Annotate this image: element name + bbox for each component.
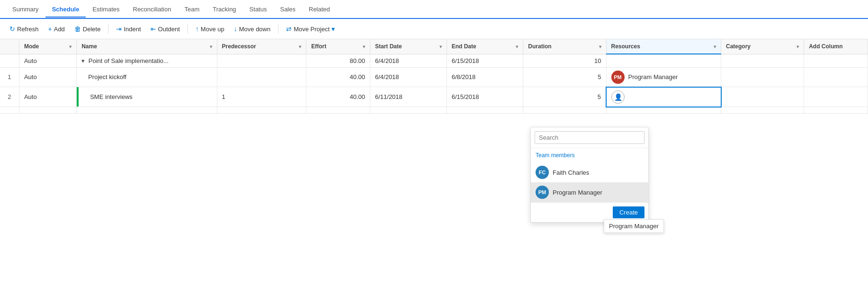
empty-cell (19, 107, 76, 114)
resource-tooltip: Program Manager (604, 219, 664, 233)
toolbar-separator-1 (108, 24, 108, 34)
predecessor-cell (217, 54, 306, 67)
name-cell: Project kickoff (77, 67, 217, 87)
predecessor-cell: 1 (217, 87, 306, 107)
dropdown-section-label: Team members (531, 148, 648, 162)
col-header-predecessor[interactable]: Predecessor ▾ (217, 39, 306, 54)
tab-schedule[interactable]: Schedule (45, 2, 86, 18)
empty-cell (523, 107, 606, 114)
create-button[interactable]: Create (613, 206, 644, 218)
predecessor-cell (217, 67, 306, 87)
empty-cell (306, 107, 370, 114)
refresh-button[interactable]: ↻ Refresh (6, 23, 43, 35)
avatar-fc: FC (536, 166, 549, 179)
table-row-empty (0, 107, 868, 114)
dropdown-search-container (531, 127, 648, 148)
tab-sales[interactable]: Sales (273, 2, 302, 18)
col-header-rownum (0, 39, 19, 54)
tab-reconciliation[interactable]: Reconciliation (126, 2, 178, 18)
category-cell (721, 54, 804, 67)
empty-cell (606, 107, 721, 114)
toolbar-separator-3 (278, 24, 278, 34)
effort-cell: 80.00 (306, 54, 370, 67)
nav-tabs: Summary Schedule Estimates Reconciliatio… (0, 0, 868, 19)
move-up-button[interactable]: ↑ Move up (192, 23, 228, 35)
resources-cell (606, 54, 721, 67)
row-num-cell: 1 (0, 67, 19, 87)
outdent-button[interactable]: ⇤ Outdent (147, 23, 184, 35)
addcol-cell (804, 87, 868, 107)
tab-team[interactable]: Team (178, 2, 206, 18)
table-row: 1 Auto Project kickoff 40.00 6/4/2018 (0, 67, 868, 87)
move-up-icon: ↑ (196, 25, 199, 33)
name-cell[interactable]: ▾ Point of Sale implementatio... (77, 54, 217, 67)
enddate-cell: 6/15/2018 (447, 87, 523, 107)
table-body: Auto ▾ Point of Sale implementatio... 80… (0, 54, 868, 113)
schedule-grid: Mode ▾ Name ▾ Predecessor ▾ (0, 39, 868, 295)
chevron-duration-icon: ▾ (599, 44, 601, 49)
table-row: 2 Auto SME interviews 1 40.00 (0, 87, 868, 107)
indent-button[interactable]: ⇥ Indent (112, 23, 144, 35)
chevron-down-icon: ▾ (331, 25, 335, 33)
dropdown-item-pm[interactable]: PM Program Manager (531, 182, 648, 202)
col-header-addcolumn[interactable]: Add Column (804, 39, 868, 54)
delete-icon: 🗑 (74, 25, 81, 33)
chevron-predecessor-icon: ▾ (299, 44, 301, 49)
person-icon: 👤 (614, 93, 622, 101)
col-header-resources[interactable]: Resources ▾ (606, 39, 721, 54)
delete-button[interactable]: 🗑 Delete (71, 23, 105, 35)
resources-cell[interactable]: 👤 (606, 87, 721, 107)
col-header-category[interactable]: Category ▾ (721, 39, 804, 54)
avatar-placeholder: 👤 (611, 90, 625, 104)
tab-estimates[interactable]: Estimates (86, 2, 126, 18)
mode-cell: Auto (19, 54, 76, 67)
startdate-cell: 6/11/2018 (370, 87, 447, 107)
row-num-cell (0, 54, 19, 67)
col-header-mode[interactable]: Mode ▾ (19, 39, 76, 54)
chevron-enddate-icon: ▾ (516, 44, 518, 49)
chevron-resources-icon: ▾ (714, 44, 716, 49)
duration-cell: 5 (523, 87, 606, 107)
collapse-arrow-icon: ▾ (81, 57, 85, 64)
move-down-button[interactable]: ↓ Move down (230, 23, 274, 35)
chevron-mode-icon: ▾ (69, 44, 72, 49)
tab-status[interactable]: Status (243, 2, 274, 18)
addcol-cell (804, 54, 868, 67)
search-input[interactable] (535, 131, 644, 144)
resources-cell[interactable]: PM Program Manager (606, 67, 721, 87)
col-header-startdate[interactable]: Start Date ▾ (370, 39, 447, 54)
col-header-effort[interactable]: Effort ▾ (306, 39, 370, 54)
resource-dropdown: Team members FC Faith Charles PM Program… (530, 127, 649, 223)
effort-cell: 40.00 (306, 67, 370, 87)
dropdown-item-fc[interactable]: FC Faith Charles (531, 162, 648, 182)
row-num-cell: 2 (0, 87, 19, 107)
mode-cell: Auto (19, 67, 76, 87)
name-cell: SME interviews (77, 87, 217, 107)
col-header-enddate[interactable]: End Date ▾ (447, 39, 523, 54)
refresh-icon: ↻ (9, 25, 15, 33)
col-header-name[interactable]: Name ▾ (77, 39, 217, 54)
avatar-pm: PM (536, 186, 549, 199)
addcol-cell (804, 67, 868, 87)
empty-cell (370, 107, 447, 114)
empty-cell (721, 107, 804, 114)
add-button[interactable]: + Add (45, 23, 69, 35)
chevron-category-icon: ▾ (796, 44, 799, 49)
tab-related[interactable]: Related (302, 2, 337, 18)
tab-tracking[interactable]: Tracking (206, 2, 242, 18)
outdent-icon: ⇤ (151, 25, 156, 33)
move-project-icon: ⇄ (286, 25, 292, 33)
toolbar-separator-2 (188, 24, 188, 34)
table-header: Mode ▾ Name ▾ Predecessor ▾ (0, 39, 868, 54)
empty-cell (77, 107, 217, 114)
green-bar-indicator (77, 87, 79, 107)
category-cell (721, 67, 804, 87)
duration-cell: 10 (523, 54, 606, 67)
avatar: PM (611, 71, 625, 84)
mode-cell: Auto (19, 87, 76, 107)
tab-summary[interactable]: Summary (6, 2, 45, 18)
move-project-button[interactable]: ⇄ Move Project ▾ (282, 23, 339, 35)
toolbar: ↻ Refresh + Add 🗑 Delete ⇥ Indent ⇤ Outd… (0, 19, 868, 39)
col-header-duration[interactable]: Duration ▾ (523, 39, 606, 54)
chevron-effort-icon: ▾ (363, 44, 365, 49)
